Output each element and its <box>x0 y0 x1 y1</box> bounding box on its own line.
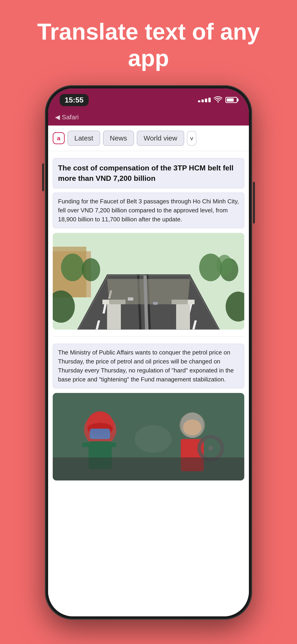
svg-point-37 <box>183 420 202 436</box>
svg-rect-33 <box>82 442 91 447</box>
article-2-summary-box: The Ministry of Public Affairs wants to … <box>53 344 244 388</box>
svg-rect-16 <box>107 302 121 330</box>
svg-point-7 <box>216 255 232 276</box>
tab-more[interactable]: v <box>187 131 196 146</box>
safari-back-label[interactable]: Safari <box>55 113 242 121</box>
signal-icon <box>198 98 211 102</box>
battery-icon <box>226 97 237 103</box>
inner-status-bar: 15:55 <box>48 88 249 112</box>
svg-point-3 <box>61 254 84 281</box>
hero-title: Translate text of any app <box>0 0 297 85</box>
article-1-summary-box: Funding for the Faucet of Belt 3 passage… <box>53 192 244 228</box>
translate-icon[interactable]: a <box>53 132 65 144</box>
phone-mockup: 15:55 <box>45 85 252 620</box>
svg-point-4 <box>82 258 100 281</box>
tab-news[interactable]: News <box>103 130 134 146</box>
tab-bar: a Latest News World view v <box>48 126 249 151</box>
svg-point-42 <box>135 425 172 453</box>
svg-point-40 <box>208 446 213 450</box>
svg-rect-41 <box>53 458 244 480</box>
svg-rect-23 <box>128 297 133 300</box>
status-right-icons <box>198 96 237 104</box>
svg-rect-24 <box>153 302 158 305</box>
status-time: 15:55 <box>60 94 89 106</box>
article-1-image <box>53 233 244 330</box>
article-2-summary: The Ministry of Public Affairs wants to … <box>58 348 239 384</box>
safari-bar[interactable]: Safari <box>48 112 249 126</box>
screen-content: 15:55 <box>48 88 249 616</box>
article-1-title: The cost of compensation of the 3TP HCM … <box>58 163 239 184</box>
svg-rect-17 <box>176 302 190 330</box>
articles-list: The cost of compensation of the 3TP HCM … <box>48 151 249 616</box>
phone-screen: 15:55 <box>48 88 249 616</box>
article-1: The cost of compensation of the 3TP HCM … <box>48 151 249 336</box>
tab-latest[interactable]: Latest <box>68 130 100 146</box>
article-1-summary: Funding for the Faucet of Belt 3 passage… <box>58 197 239 224</box>
svg-rect-34 <box>107 442 116 447</box>
wifi-icon <box>214 96 222 104</box>
hero-section: Translate text of any app <box>0 0 297 85</box>
svg-rect-31 <box>90 429 110 439</box>
svg-marker-20 <box>107 279 190 304</box>
article-2-image <box>53 393 244 480</box>
phone-shell: 15:55 <box>45 85 252 620</box>
article-1-title-box: The cost of compensation of the 3TP HCM … <box>53 158 244 188</box>
article-2: The Ministry of Public Affairs wants to … <box>48 337 249 488</box>
tab-worldview[interactable]: World view <box>137 130 184 146</box>
